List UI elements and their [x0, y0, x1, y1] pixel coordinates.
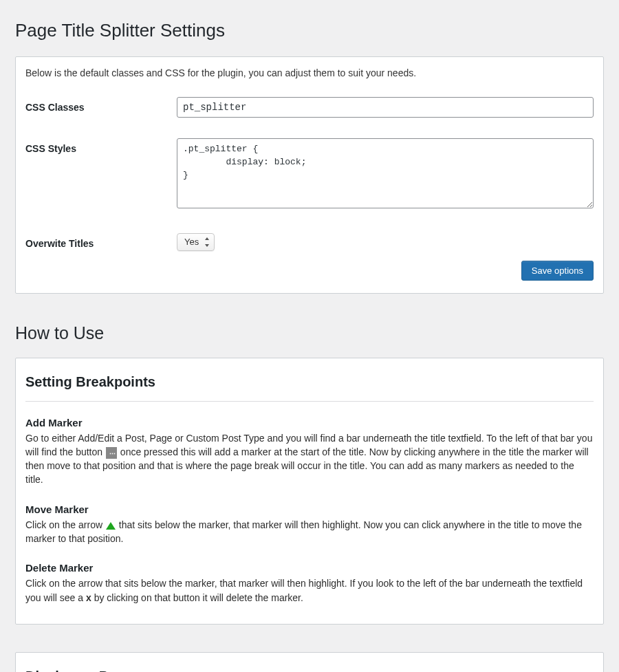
row-overwrite-titles: Overwite Titles Yes [25, 233, 594, 251]
add-marker-icon: ⋮ [106, 447, 117, 459]
move-marker-title: Move Marker [25, 502, 594, 517]
delete-marker-body: Click on the arrow that sits below the m… [25, 576, 594, 605]
howto-breakpoints-panel: Setting Breakpoints Add Marker Go to eit… [15, 358, 604, 625]
divider [25, 401, 594, 402]
move-marker-body: Click on the arrow that sits below the m… [25, 518, 594, 546]
add-marker-body: Go to either Add/Edit a Post, Page or Cu… [25, 431, 594, 487]
input-css-classes[interactable] [177, 97, 594, 118]
delete-marker-post: by clicking on that button it will delet… [94, 592, 303, 603]
label-css-styles: CSS Styles [25, 138, 177, 156]
intro-text: Below is the default classes and CSS for… [25, 67, 594, 80]
add-marker-title: Add Marker [25, 415, 594, 430]
textarea-css-styles[interactable]: .pt_splitter { display: block; } [177, 138, 594, 208]
move-marker-pre: Click on the arrow [25, 519, 105, 530]
settings-panel: Below is the default classes and CSS for… [15, 56, 604, 293]
delete-marker-title: Delete Marker [25, 561, 594, 575]
triangle-up-icon [106, 522, 116, 530]
row-css-classes: CSS Classes [25, 97, 594, 118]
save-options-button[interactable]: Save options [521, 261, 594, 281]
select-overwrite-titles[interactable]: Yes [177, 233, 215, 251]
page-title: Page Title Splitter Settings [15, 18, 604, 43]
select-overwrite-value: Yes [184, 237, 199, 247]
howto-title: How to Use [15, 321, 604, 345]
display-title: Display on Page [25, 666, 594, 672]
breakpoints-title: Setting Breakpoints [25, 372, 594, 395]
x-icon: x [86, 592, 91, 603]
label-overwrite-titles: Overwite Titles [25, 233, 177, 251]
row-css-styles: CSS Styles .pt_splitter { display: block… [25, 138, 594, 213]
howto-display-panel: Display on Page The modified title can b… [15, 652, 604, 672]
chevron-updown-icon [204, 237, 210, 247]
label-css-classes: CSS Classes [25, 97, 177, 115]
